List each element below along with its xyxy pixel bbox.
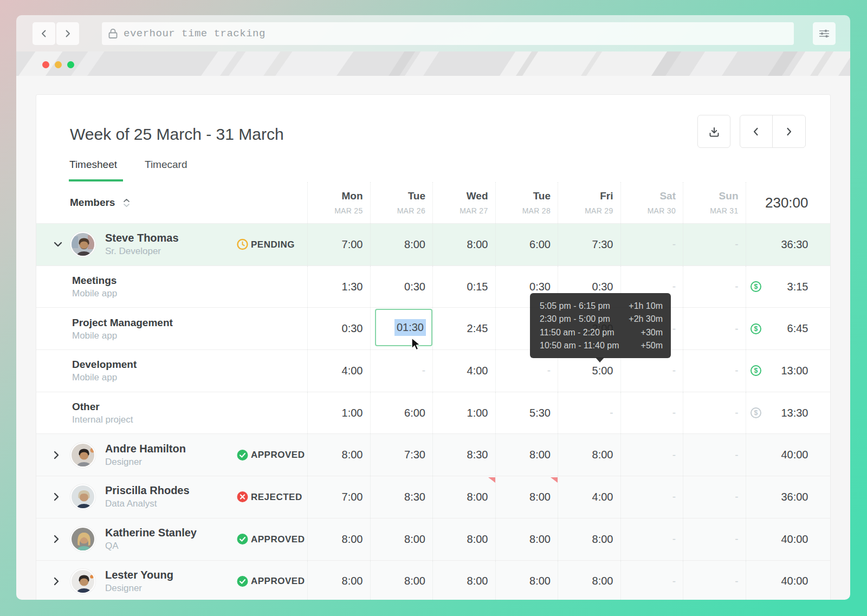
svg-text:$: $ bbox=[754, 409, 758, 417]
svg-text:$: $ bbox=[754, 367, 758, 375]
svg-text:$: $ bbox=[754, 325, 758, 333]
svg-text:$: $ bbox=[754, 283, 758, 290]
